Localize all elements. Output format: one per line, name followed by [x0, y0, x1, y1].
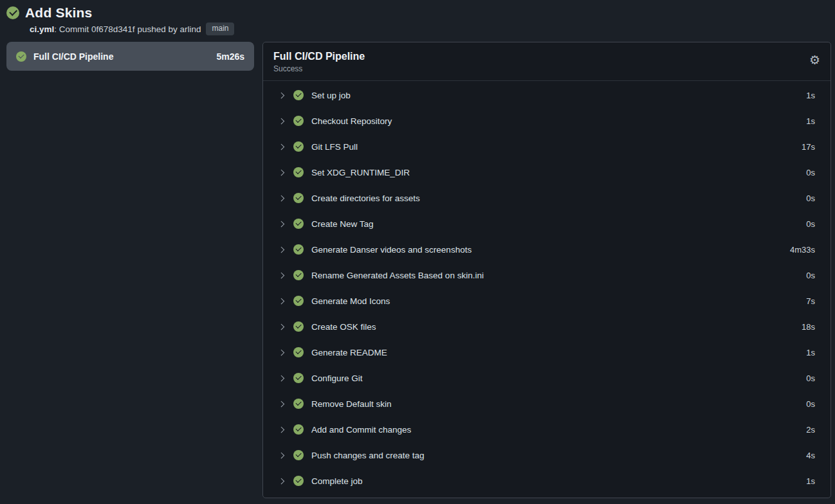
chevron-right-icon[interactable]	[279, 143, 286, 150]
chevron-right-icon[interactable]	[279, 323, 286, 330]
step-name: Generate Danser videos and screenshots	[311, 245, 472, 255]
step-duration: 18s	[802, 322, 815, 332]
step-row[interactable]: Git LFS Pull 17s	[263, 134, 830, 159]
step-success-check-icon	[293, 219, 304, 229]
run-title-line: Add Skins	[6, 5, 829, 21]
chevron-right-icon[interactable]	[279, 375, 286, 382]
job-detail-panel: Full CI/CD Pipeline Success ⚙ Set up job…	[262, 42, 831, 498]
step-name: Rename Generated Assets Based on skin.in…	[311, 271, 484, 280]
actions-run-page: Add Skins ci.yml: Commit 0f678d341f push…	[0, 0, 835, 498]
step-duration: 0s	[806, 194, 815, 203]
chevron-right-icon[interactable]	[279, 118, 286, 125]
run-title: Add Skins	[25, 5, 92, 21]
step-row[interactable]: Configure Git 0s	[263, 365, 830, 391]
step-row[interactable]: Checkout Repository 1s	[263, 108, 830, 134]
step-duration: 1s	[806, 348, 815, 357]
step-name: Create directories for assets	[311, 194, 420, 203]
step-row[interactable]: Complete job 1s	[263, 468, 830, 494]
step-name: Git LFS Pull	[311, 142, 358, 152]
steps-list: Set up job 1s Checkout Repository 1s Git…	[263, 81, 830, 498]
job-success-check-icon	[16, 51, 26, 62]
run-content: Full CI/CD Pipeline 5m26s Full CI/CD Pip…	[0, 42, 835, 498]
step-row[interactable]: Generate README 1s	[263, 339, 830, 365]
step-name: Set XDG_RUNTIME_DIR	[311, 168, 410, 177]
step-success-check-icon	[293, 116, 304, 126]
step-name: Remove Default skin	[311, 399, 392, 409]
step-success-check-icon	[293, 270, 304, 280]
step-name: Complete job	[311, 476, 363, 486]
commit-sha-link[interactable]: 0f678d341f	[91, 24, 135, 34]
step-name: Checkout Repository	[311, 116, 392, 126]
job-panel-title: Full CI/CD Pipeline	[273, 51, 820, 62]
step-duration: 17s	[802, 142, 815, 152]
step-row[interactable]: Create New Tag 0s	[263, 211, 830, 237]
chevron-right-icon[interactable]	[279, 426, 286, 433]
job-duration: 5m26s	[216, 51, 244, 62]
step-duration: 0s	[806, 399, 815, 409]
step-name: Push changes and create tag	[311, 451, 425, 460]
step-success-check-icon	[293, 476, 304, 486]
branch-badge[interactable]: main	[206, 22, 234, 35]
chevron-right-icon[interactable]	[279, 401, 286, 408]
step-duration: 0s	[806, 271, 815, 280]
step-row[interactable]: Rename Generated Assets Based on skin.in…	[263, 262, 830, 288]
step-name: Generate Mod Icons	[311, 296, 390, 306]
step-success-check-icon	[293, 141, 304, 152]
step-success-check-icon	[293, 347, 304, 357]
job-name: Full CI/CD Pipeline	[33, 51, 113, 62]
job-item-full-ci-cd-pipeline[interactable]: Full CI/CD Pipeline 5m26s	[6, 42, 254, 71]
chevron-right-icon[interactable]	[279, 452, 286, 459]
step-row[interactable]: Generate Danser videos and screenshots 4…	[263, 237, 830, 262]
step-name: Create New Tag	[311, 219, 374, 229]
step-success-check-icon	[293, 450, 304, 460]
step-duration: 2s	[806, 425, 815, 435]
step-row[interactable]: Create OSK files 18s	[263, 314, 830, 339]
job-status-text: Success	[273, 64, 820, 73]
step-duration: 4m33s	[790, 245, 815, 255]
pushed-by-label: pushed by	[135, 24, 180, 34]
chevron-right-icon[interactable]	[279, 298, 286, 305]
step-row[interactable]: Remove Default skin 0s	[263, 391, 830, 417]
run-meta-line: ci.yml: Commit 0f678d341f pushed by arli…	[30, 22, 829, 35]
job-panel-header: Full CI/CD Pipeline Success ⚙	[263, 42, 830, 81]
step-row[interactable]: Generate Mod Icons 7s	[263, 288, 830, 314]
step-row[interactable]: Set up job 1s	[263, 82, 830, 108]
step-success-check-icon	[293, 399, 304, 409]
step-success-check-icon	[293, 90, 304, 100]
step-duration: 1s	[806, 116, 815, 126]
step-success-check-icon	[293, 321, 304, 332]
step-row[interactable]: Set XDG_RUNTIME_DIR 0s	[263, 159, 830, 185]
step-row[interactable]: Push changes and create tag 4s	[263, 442, 830, 468]
chevron-right-icon[interactable]	[279, 272, 286, 279]
step-duration: 1s	[806, 476, 815, 486]
step-name: Add and Commit changes	[311, 425, 411, 435]
chevron-right-icon[interactable]	[279, 92, 286, 99]
step-duration: 0s	[806, 219, 815, 229]
chevron-right-icon[interactable]	[279, 478, 286, 485]
step-duration: 0s	[806, 168, 815, 177]
step-success-check-icon	[293, 193, 304, 203]
step-success-check-icon	[293, 424, 304, 435]
chevron-right-icon[interactable]	[279, 221, 286, 228]
step-name: Generate README	[311, 348, 387, 357]
chevron-right-icon[interactable]	[279, 349, 286, 356]
step-name: Create OSK files	[311, 322, 376, 332]
commit-label: : Commit	[54, 24, 91, 34]
step-duration: 7s	[806, 296, 815, 306]
step-row[interactable]: Create directories for assets 0s	[263, 185, 830, 211]
run-header: Add Skins ci.yml: Commit 0f678d341f push…	[0, 0, 835, 35]
run-success-check-icon	[6, 6, 19, 19]
step-duration: 4s	[806, 451, 815, 460]
chevron-right-icon[interactable]	[279, 195, 286, 202]
author-link[interactable]: arlind	[179, 24, 201, 34]
step-row[interactable]: Add and Commit changes 2s	[263, 417, 830, 442]
chevron-right-icon[interactable]	[279, 246, 286, 253]
chevron-right-icon[interactable]	[279, 169, 286, 176]
step-name: Set up job	[311, 91, 351, 100]
step-success-check-icon	[293, 167, 304, 177]
jobs-sidebar: Full CI/CD Pipeline 5m26s	[0, 42, 254, 71]
step-duration: 0s	[806, 374, 815, 383]
step-name: Configure Git	[311, 374, 363, 383]
settings-gear-icon[interactable]: ⚙	[809, 54, 820, 66]
workflow-file-link[interactable]: ci.yml	[30, 24, 54, 34]
